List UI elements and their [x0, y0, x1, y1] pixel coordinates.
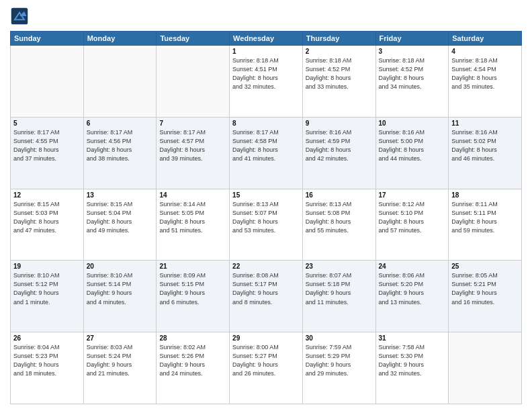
calendar-cell: 26Sunrise: 8:04 AMSunset: 5:23 PMDayligh…	[11, 332, 84, 404]
day-info: Sunrise: 8:10 AMSunset: 5:12 PMDaylight:…	[13, 271, 81, 306]
day-number: 8	[232, 120, 300, 127]
day-info: Sunrise: 8:18 AMSunset: 4:52 PMDaylight:…	[379, 56, 446, 91]
calendar-week-row: 5Sunrise: 8:17 AMSunset: 4:55 PMDaylight…	[11, 117, 522, 189]
day-info: Sunrise: 8:15 AMSunset: 5:04 PMDaylight:…	[87, 200, 154, 235]
calendar-cell: 18Sunrise: 8:11 AMSunset: 5:11 PMDayligh…	[449, 189, 522, 261]
day-info: Sunrise: 8:10 AMSunset: 5:14 PMDaylight:…	[87, 271, 154, 306]
calendar-cell: 10Sunrise: 8:16 AMSunset: 5:00 PMDayligh…	[375, 117, 449, 189]
calendar-cell: 7Sunrise: 8:17 AMSunset: 4:57 PMDaylight…	[157, 117, 230, 189]
calendar-cell: 3Sunrise: 8:18 AMSunset: 4:52 PMDaylight…	[375, 46, 449, 118]
day-number: 27	[87, 334, 154, 342]
day-number: 1	[232, 48, 300, 55]
header	[10, 7, 522, 26]
calendar-cell	[83, 46, 157, 118]
calendar-cell	[11, 46, 84, 118]
calendar-cell: 5Sunrise: 8:17 AMSunset: 4:55 PMDaylight…	[11, 117, 84, 189]
day-info: Sunrise: 8:00 AMSunset: 5:27 PMDaylight:…	[232, 343, 300, 378]
day-info: Sunrise: 8:11 AMSunset: 5:11 PMDaylight:…	[451, 200, 519, 235]
day-info: Sunrise: 8:04 AMSunset: 5:23 PMDaylight:…	[13, 343, 81, 378]
day-info: Sunrise: 8:08 AMSunset: 5:17 PMDaylight:…	[232, 271, 300, 306]
day-number: 30	[306, 334, 373, 342]
calendar-cell: 9Sunrise: 8:16 AMSunset: 4:59 PMDaylight…	[302, 117, 375, 189]
day-number: 11	[451, 120, 519, 127]
day-info: Sunrise: 8:13 AMSunset: 5:07 PMDaylight:…	[232, 200, 300, 235]
day-info: Sunrise: 8:17 AMSunset: 4:56 PMDaylight:…	[87, 128, 154, 163]
calendar-cell: 20Sunrise: 8:10 AMSunset: 5:14 PMDayligh…	[83, 261, 157, 332]
day-number: 13	[87, 191, 154, 199]
day-number: 14	[159, 191, 226, 199]
calendar-table: SundayMondayTuesdayWednesdayThursdayFrid…	[10, 31, 522, 404]
day-info: Sunrise: 8:17 AMSunset: 4:57 PMDaylight:…	[159, 128, 226, 163]
day-number: 26	[13, 334, 81, 342]
calendar-header-thursday: Thursday	[302, 32, 375, 46]
calendar-cell: 24Sunrise: 8:06 AMSunset: 5:20 PMDayligh…	[375, 261, 449, 332]
calendar-cell: 2Sunrise: 8:18 AMSunset: 4:52 PMDaylight…	[302, 46, 375, 118]
calendar-cell: 22Sunrise: 8:08 AMSunset: 5:17 PMDayligh…	[230, 261, 303, 332]
day-info: Sunrise: 8:13 AMSunset: 5:08 PMDaylight:…	[306, 200, 373, 235]
day-info: Sunrise: 8:05 AMSunset: 5:21 PMDaylight:…	[451, 271, 519, 306]
calendar-cell: 29Sunrise: 8:00 AMSunset: 5:27 PMDayligh…	[230, 332, 303, 404]
day-number: 6	[87, 120, 154, 127]
calendar-cell: 8Sunrise: 8:17 AMSunset: 4:58 PMDaylight…	[230, 117, 303, 189]
day-number: 18	[451, 191, 519, 199]
day-info: Sunrise: 8:17 AMSunset: 4:55 PMDaylight:…	[13, 128, 81, 163]
day-number: 21	[159, 263, 226, 270]
calendar-cell: 30Sunrise: 7:59 AMSunset: 5:29 PMDayligh…	[302, 332, 375, 404]
day-info: Sunrise: 8:18 AMSunset: 4:54 PMDaylight:…	[451, 56, 519, 91]
day-info: Sunrise: 7:58 AMSunset: 5:30 PMDaylight:…	[379, 343, 446, 378]
day-number: 10	[379, 120, 446, 127]
day-number: 25	[451, 263, 519, 270]
page: SundayMondayTuesdayWednesdayThursdayFrid…	[0, 0, 532, 411]
calendar-cell: 27Sunrise: 8:03 AMSunset: 5:24 PMDayligh…	[83, 332, 157, 404]
day-info: Sunrise: 8:15 AMSunset: 5:03 PMDaylight:…	[13, 200, 81, 235]
day-info: Sunrise: 8:16 AMSunset: 4:59 PMDaylight:…	[306, 128, 373, 163]
day-info: Sunrise: 8:12 AMSunset: 5:10 PMDaylight:…	[379, 200, 446, 235]
calendar-cell: 19Sunrise: 8:10 AMSunset: 5:12 PMDayligh…	[11, 261, 84, 332]
day-info: Sunrise: 8:06 AMSunset: 5:20 PMDaylight:…	[379, 271, 446, 306]
calendar-cell: 31Sunrise: 7:58 AMSunset: 5:30 PMDayligh…	[375, 332, 449, 404]
day-info: Sunrise: 8:18 AMSunset: 4:52 PMDaylight:…	[306, 56, 373, 91]
day-info: Sunrise: 7:59 AMSunset: 5:29 PMDaylight:…	[306, 343, 373, 378]
calendar-header-monday: Monday	[83, 32, 157, 46]
calendar-header-friday: Friday	[375, 32, 449, 46]
day-number: 16	[306, 191, 373, 199]
day-number: 22	[232, 263, 300, 270]
day-number: 28	[159, 334, 226, 342]
day-number: 23	[306, 263, 373, 270]
calendar-header-sunday: Sunday	[11, 32, 84, 46]
calendar-header-tuesday: Tuesday	[157, 32, 230, 46]
day-info: Sunrise: 8:16 AMSunset: 5:02 PMDaylight:…	[451, 128, 519, 163]
calendar-cell: 1Sunrise: 8:18 AMSunset: 4:51 PMDaylight…	[230, 46, 303, 118]
day-number: 4	[451, 48, 519, 55]
calendar-cell: 13Sunrise: 8:15 AMSunset: 5:04 PMDayligh…	[83, 189, 157, 261]
day-number: 20	[87, 263, 154, 270]
day-number: 2	[306, 48, 373, 55]
calendar-cell: 12Sunrise: 8:15 AMSunset: 5:03 PMDayligh…	[11, 189, 84, 261]
calendar-header-row: SundayMondayTuesdayWednesdayThursdayFrid…	[11, 32, 522, 46]
day-info: Sunrise: 8:07 AMSunset: 5:18 PMDaylight:…	[306, 271, 373, 306]
day-info: Sunrise: 8:14 AMSunset: 5:05 PMDaylight:…	[159, 200, 226, 235]
calendar-cell: 23Sunrise: 8:07 AMSunset: 5:18 PMDayligh…	[302, 261, 375, 332]
day-number: 17	[379, 191, 446, 199]
day-info: Sunrise: 8:02 AMSunset: 5:26 PMDaylight:…	[159, 343, 226, 378]
calendar-cell: 16Sunrise: 8:13 AMSunset: 5:08 PMDayligh…	[302, 189, 375, 261]
calendar-cell: 14Sunrise: 8:14 AMSunset: 5:05 PMDayligh…	[157, 189, 230, 261]
calendar-cell: 17Sunrise: 8:12 AMSunset: 5:10 PMDayligh…	[375, 189, 449, 261]
day-info: Sunrise: 8:18 AMSunset: 4:51 PMDaylight:…	[232, 56, 300, 91]
day-number: 7	[159, 120, 226, 127]
calendar-cell: 6Sunrise: 8:17 AMSunset: 4:56 PMDaylight…	[83, 117, 157, 189]
calendar-week-row: 12Sunrise: 8:15 AMSunset: 5:03 PMDayligh…	[11, 189, 522, 261]
day-number: 12	[13, 191, 81, 199]
day-info: Sunrise: 8:03 AMSunset: 5:24 PMDaylight:…	[87, 343, 154, 378]
day-info: Sunrise: 8:09 AMSunset: 5:15 PMDaylight:…	[159, 271, 226, 306]
calendar-week-row: 1Sunrise: 8:18 AMSunset: 4:51 PMDaylight…	[11, 46, 522, 118]
day-info: Sunrise: 8:17 AMSunset: 4:58 PMDaylight:…	[232, 128, 300, 163]
calendar-header-saturday: Saturday	[449, 32, 522, 46]
calendar-cell: 25Sunrise: 8:05 AMSunset: 5:21 PMDayligh…	[449, 261, 522, 332]
calendar-week-row: 19Sunrise: 8:10 AMSunset: 5:12 PMDayligh…	[11, 261, 522, 332]
logo	[10, 7, 32, 26]
calendar-cell: 15Sunrise: 8:13 AMSunset: 5:07 PMDayligh…	[230, 189, 303, 261]
calendar-header-wednesday: Wednesday	[230, 32, 303, 46]
calendar-cell: 11Sunrise: 8:16 AMSunset: 5:02 PMDayligh…	[449, 117, 522, 189]
calendar-cell: 21Sunrise: 8:09 AMSunset: 5:15 PMDayligh…	[157, 261, 230, 332]
